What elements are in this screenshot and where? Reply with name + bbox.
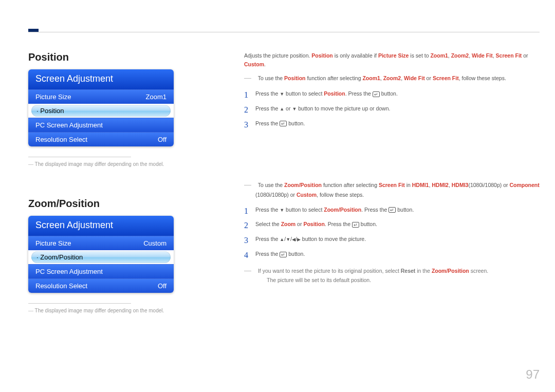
t: Position	[324, 90, 345, 97]
down-icon	[280, 90, 284, 98]
menu-row-pc-screen-adjustment[interactable]: PC Screen Adjustment	[28, 264, 174, 278]
menu-value: Zoom1	[146, 93, 166, 101]
t: Position	[311, 52, 332, 59]
header-rule	[28, 32, 540, 32]
t: To use the	[258, 75, 284, 81]
t: button to select	[284, 90, 324, 97]
t: Zoom1	[430, 52, 448, 59]
t: is only available if	[333, 52, 378, 59]
t: (1080i/1080p) or	[255, 192, 297, 198]
steps-list: Press the button to select Zoom/Position…	[239, 206, 540, 258]
section-position: Position Screen Adjustment Picture Size …	[28, 51, 177, 167]
t: , follow these steps.	[459, 75, 506, 81]
t: Select the	[255, 221, 281, 227]
t: . Press the	[345, 90, 373, 97]
section-zoom-position: Zoom/Position Screen Adjustment Picture …	[28, 198, 177, 313]
divider	[28, 157, 131, 157]
model-note: The displayed image may differ depending…	[28, 308, 177, 313]
t: function after selecting	[322, 182, 379, 188]
dash-note: To use the Position function after selec…	[239, 72, 540, 83]
menu-row-resolution-select[interactable]: Resolution Select Off	[28, 278, 174, 293]
step-3: Press the /// button to move the picture…	[244, 235, 540, 244]
right-icon	[297, 236, 301, 243]
t: Zoom	[281, 221, 296, 227]
left-icon	[292, 236, 295, 243]
menu-screen-adjustment-1: Screen Adjustment Picture Size Zoom1 Pos…	[28, 69, 174, 146]
t: Adjusts the picture position.	[244, 52, 311, 59]
t: Zoom/Position	[432, 268, 469, 274]
t: button.	[287, 120, 305, 126]
t: Press the	[255, 120, 280, 126]
t: Position	[303, 221, 324, 227]
model-note: The displayed image may differ depending…	[28, 161, 177, 167]
left-column: Position Screen Adjustment Picture Size …	[28, 51, 177, 344]
menu-screen-adjustment-2: Screen Adjustment Picture Size Custom Zo…	[28, 216, 174, 293]
t: Zoom2	[383, 75, 401, 81]
step-3: Press the button.	[244, 119, 540, 128]
step-2: Press the or button to move the picture …	[244, 104, 540, 113]
right-column: Adjusts the picture position. Position i…	[239, 51, 540, 344]
section-title-position: Position	[28, 51, 177, 63]
t: . Press the	[361, 207, 388, 213]
down-icon	[286, 236, 290, 243]
intro-text: Adjusts the picture position. Position i…	[239, 51, 540, 69]
menu-row-position[interactable]: Position	[31, 105, 171, 117]
section-title-zoom-position: Zoom/Position	[28, 198, 177, 210]
zoom-position-description: To use the Zoom/Position function after …	[239, 179, 540, 285]
enter-icon	[352, 222, 359, 228]
t: screen.	[469, 268, 488, 274]
t: HDMI1	[412, 182, 429, 188]
t: in the	[415, 268, 432, 274]
t: button to select	[284, 207, 324, 213]
t: or	[284, 105, 292, 111]
t: button.	[359, 221, 377, 227]
up-icon	[280, 105, 284, 113]
down-icon	[292, 105, 297, 113]
up-icon	[280, 236, 284, 243]
t: Custom	[244, 61, 264, 67]
t: Screen Fit	[433, 75, 459, 81]
t: is set to	[409, 52, 430, 59]
menu-row-pc-screen-adjustment[interactable]: PC Screen Adjustment	[28, 118, 174, 132]
t: Picture Size	[378, 52, 409, 59]
t: Wide Fit	[472, 52, 493, 59]
menu-row-picture-size[interactable]: Picture Size Custom	[28, 236, 174, 250]
t: (1080i/1080p) or	[468, 182, 509, 188]
t: Screen Fit	[379, 182, 405, 188]
step-4: Press the button.	[244, 250, 540, 258]
menu-label: Position	[36, 107, 64, 115]
dash-note: To use the Zoom/Position function after …	[239, 179, 540, 199]
t: HDMI2	[432, 182, 449, 188]
t: Position	[284, 75, 305, 81]
enter-icon	[280, 121, 287, 126]
divider	[28, 303, 131, 304]
t: , follow these steps.	[317, 192, 364, 198]
t: Reset	[401, 268, 416, 274]
menu-row-picture-size[interactable]: Picture Size Zoom1	[28, 89, 174, 104]
t: Component	[509, 182, 539, 188]
t: button to move the picture up or down.	[297, 105, 390, 111]
t: . Press the	[325, 221, 352, 227]
menu-row-resolution-select[interactable]: Resolution Select Off	[28, 132, 174, 146]
menu-label: Picture Size	[35, 239, 71, 247]
menu-label: Resolution Select	[35, 282, 87, 290]
t: Zoom2	[451, 52, 469, 59]
t: function after selecting	[306, 75, 363, 81]
step-1: Press the button to select Zoom/Position…	[244, 206, 540, 214]
t: To use the	[258, 182, 284, 188]
menu-label: Picture Size	[35, 93, 71, 101]
menu-value: Off	[158, 136, 166, 143]
t: button to move the picture.	[301, 236, 366, 242]
menu-label: PC Screen Adjustment	[35, 121, 103, 129]
t: Wide Fit	[404, 75, 425, 81]
t: .	[264, 61, 266, 67]
step-2: Select the Zoom or Position. Press the b…	[244, 220, 540, 229]
menu-label: Resolution Select	[35, 136, 87, 143]
t: Press the	[255, 90, 280, 97]
menu-row-zoom-position[interactable]: Zoom/Position	[31, 251, 171, 263]
menu-value: Custom	[143, 239, 166, 247]
enter-icon	[373, 91, 380, 97]
t: in	[405, 182, 412, 188]
t: Zoom/Position	[284, 182, 322, 188]
menu-header: Screen Adjustment	[28, 69, 174, 89]
